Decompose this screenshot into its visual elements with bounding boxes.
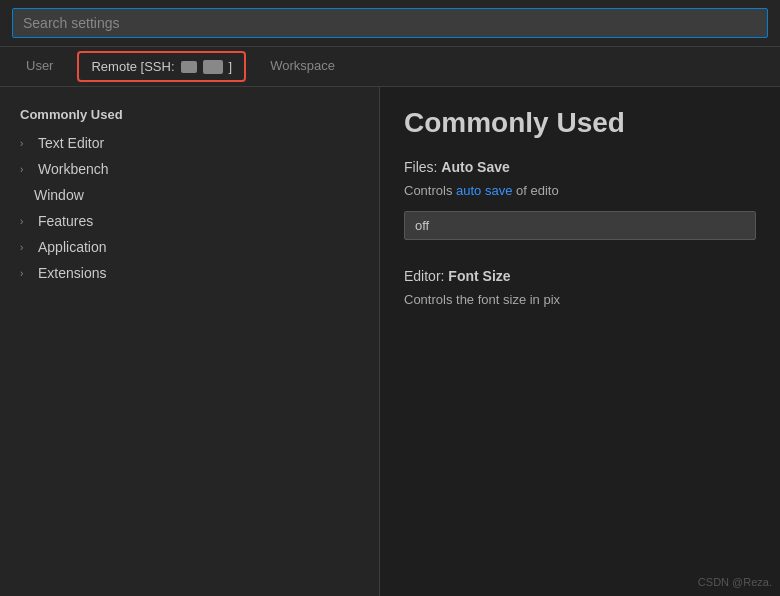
sidebar-item-features[interactable]: › Features	[0, 208, 379, 234]
chevron-icon-text-editor: ›	[20, 138, 32, 149]
sidebar-item-text-editor[interactable]: › Text Editor	[0, 130, 379, 156]
setting-font-size-label: Editor: Font Size	[404, 268, 756, 284]
sidebar-item-window[interactable]: Window	[0, 182, 379, 208]
chevron-icon-application: ›	[20, 242, 32, 253]
setting-auto-save-description: Controls auto save of edito	[404, 181, 756, 201]
tab-user[interactable]: User	[10, 50, 69, 83]
tab-remote[interactable]: Remote [SSH: ]	[77, 51, 246, 82]
tabs-row: User Remote [SSH: ] Workspace	[0, 47, 780, 87]
sidebar-item-workbench[interactable]: › Workbench	[0, 156, 379, 182]
sidebar-item-extensions[interactable]: › Extensions	[0, 260, 379, 286]
sidebar-section-title: Commonly Used	[0, 103, 379, 126]
setting-auto-save-label: Files: Auto Save	[404, 159, 756, 175]
setting-auto-save: Files: Auto Save Controls auto save of e…	[404, 159, 756, 240]
remote-tab-inner: Remote [SSH: ]	[91, 59, 232, 74]
tab-workspace[interactable]: Workspace	[254, 50, 351, 83]
chevron-icon-extensions: ›	[20, 268, 32, 279]
content-panel: Commonly Used Files: Auto Save Controls …	[380, 87, 780, 596]
remote-tab-label-suffix: ]	[229, 59, 233, 74]
remote-tab-label-prefix: Remote [SSH:	[91, 59, 174, 74]
watermark: CSDN @Reza.	[698, 576, 772, 588]
auto-save-link[interactable]: auto save	[456, 183, 512, 198]
search-bar-container	[0, 0, 780, 47]
setting-font-size-description: Controls the font size in pix	[404, 290, 756, 310]
remote-icon-folder	[203, 60, 223, 74]
setting-auto-save-select[interactable]: off	[404, 211, 756, 240]
chevron-icon-workbench: ›	[20, 164, 32, 175]
setting-font-size: Editor: Font Size Controls the font size…	[404, 268, 756, 310]
chevron-icon-features: ›	[20, 216, 32, 227]
search-input[interactable]	[12, 8, 768, 38]
sidebar-item-application[interactable]: › Application	[0, 234, 379, 260]
main-layout: Commonly Used › Text Editor › Workbench …	[0, 87, 780, 596]
remote-icon-square	[181, 61, 197, 73]
sidebar: Commonly Used › Text Editor › Workbench …	[0, 87, 380, 596]
content-heading: Commonly Used	[404, 107, 756, 139]
